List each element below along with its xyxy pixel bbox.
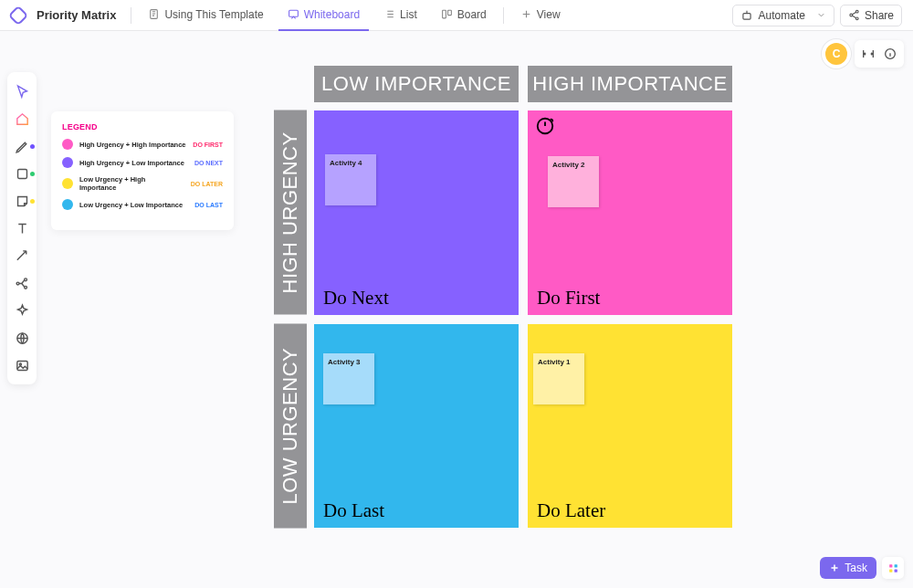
- chevron-down-icon: [816, 10, 826, 20]
- legend-tag: DO LATER: [191, 181, 223, 187]
- quadrant-do-first[interactable]: Activity 2 Do First: [528, 110, 732, 315]
- tool-connector[interactable]: [7, 242, 37, 269]
- matrix-grid: Activity 4 Do Next Activity 2 Do First A…: [314, 110, 732, 528]
- tab-label: Using This Template: [164, 8, 263, 21]
- automate-button[interactable]: Automate: [732, 5, 834, 26]
- connector-icon: [15, 248, 30, 264]
- pen-icon: [15, 139, 30, 154]
- tool-web[interactable]: [7, 324, 37, 352]
- template-icon: [148, 8, 160, 20]
- tab-using-template[interactable]: Using This Template: [139, 0, 272, 31]
- tool-pen[interactable]: [7, 132, 37, 160]
- quadrant-label: Do Next: [323, 287, 389, 310]
- sticky-note[interactable]: Activity 3: [323, 353, 374, 404]
- tab-label: View: [537, 8, 561, 21]
- user-avatar[interactable]: C: [825, 43, 847, 65]
- tab-whiteboard[interactable]: Whiteboard: [278, 0, 369, 31]
- svg-rect-18: [894, 564, 897, 567]
- svg-rect-1: [289, 10, 298, 16]
- tool-ai[interactable]: [7, 297, 37, 324]
- share-button[interactable]: Share: [840, 5, 902, 26]
- tool-mindmap[interactable]: [7, 269, 37, 297]
- legend-dot-icon: [62, 199, 73, 210]
- legend-label: High Urgency + Low Importance: [79, 159, 184, 167]
- tool-image[interactable]: [7, 352, 37, 379]
- note-text: Activity 2: [552, 161, 585, 169]
- whiteboard-icon: [288, 8, 299, 20]
- home-gradient-icon: [15, 111, 30, 127]
- svg-rect-3: [447, 10, 451, 15]
- tab-board[interactable]: Board: [432, 0, 496, 31]
- whiteboard-canvas[interactable]: C LEGEND High Urgency + High Importance …: [0, 31, 913, 588]
- plus-icon: [829, 562, 840, 573]
- legend-row: Low Urgency + High Importance DO LATER: [62, 175, 223, 192]
- legend-label: Low Urgency + Low Importance: [79, 201, 183, 209]
- avatar-initial: C: [833, 47, 841, 60]
- priority-matrix: LOW IMPORTANCE HIGH IMPORTANCE HIGH URGE…: [274, 66, 732, 559]
- note-text: Activity 4: [330, 159, 362, 167]
- legend-tag: DO NEXT: [194, 160, 223, 166]
- tool-shape[interactable]: [7, 160, 37, 187]
- list-icon: [383, 8, 395, 20]
- cursor-icon: [15, 84, 30, 100]
- note-text: Activity 3: [328, 358, 361, 366]
- sparkle-icon: [15, 303, 30, 319]
- quadrant-label: Do First: [537, 287, 600, 310]
- square-icon: [15, 166, 30, 182]
- quadrant-do-later[interactable]: Activity 1 Do Later: [528, 324, 732, 529]
- legend-label: High Urgency + High Importance: [79, 141, 185, 149]
- svg-rect-4: [743, 13, 750, 18]
- bottom-right-controls: Task: [820, 557, 904, 579]
- urgency-headers: HIGH URGENCY LOW URGENCY: [274, 110, 307, 528]
- add-task-button[interactable]: Task: [820, 557, 876, 579]
- legend-row: High Urgency + High Importance DO FIRST: [62, 139, 223, 150]
- page-title: Priority Matrix: [37, 8, 116, 22]
- svg-rect-17: [889, 564, 892, 567]
- info-icon: [883, 47, 897, 61]
- apps-button[interactable]: [882, 557, 904, 579]
- board-icon: [441, 8, 453, 20]
- tab-list[interactable]: List: [374, 0, 426, 31]
- quadrant-do-last[interactable]: Activity 3 Do Last: [314, 324, 519, 529]
- svg-rect-20: [894, 569, 897, 572]
- plus-icon: [520, 8, 532, 20]
- tool-home[interactable]: [7, 105, 37, 132]
- header-high-urgency: HIGH URGENCY: [274, 110, 307, 315]
- share-label: Share: [865, 9, 894, 22]
- svg-rect-19: [889, 569, 892, 572]
- svg-point-11: [24, 286, 26, 289]
- importance-headers: LOW IMPORTANCE HIGH IMPORTANCE: [314, 66, 732, 102]
- legend-row: High Urgency + Low Importance DO NEXT: [62, 157, 223, 168]
- tool-select[interactable]: [7, 78, 37, 105]
- automate-label: Automate: [759, 9, 805, 22]
- help-button[interactable]: [880, 44, 900, 64]
- quadrant-do-next[interactable]: Activity 4 Do Next: [314, 110, 519, 315]
- sticky-note[interactable]: Activity 4: [325, 154, 376, 205]
- header-low-importance: LOW IMPORTANCE: [314, 66, 519, 102]
- tool-text[interactable]: [7, 215, 37, 242]
- svg-rect-8: [17, 169, 26, 178]
- globe-icon: [15, 331, 30, 346]
- legend-label: Low Urgency + High Importance: [79, 175, 184, 192]
- legend-tag: DO LAST: [194, 202, 223, 208]
- note-text: Activity 1: [538, 358, 571, 366]
- task-button-label: Task: [845, 562, 867, 574]
- quadrant-label: Do Last: [323, 499, 384, 522]
- tool-sticky[interactable]: [7, 187, 37, 215]
- canvas-control-box: [855, 40, 904, 68]
- sticky-note[interactable]: Activity 1: [533, 353, 584, 404]
- legend-tag: DO FIRST: [193, 142, 223, 148]
- divider: [131, 7, 131, 24]
- legend-title: LEGEND: [62, 122, 223, 131]
- tab-add-view[interactable]: View: [511, 0, 570, 31]
- legend-card[interactable]: LEGEND High Urgency + High Importance DO…: [51, 111, 234, 230]
- apps-grid-icon: [887, 562, 899, 574]
- robot-icon: [740, 9, 753, 22]
- tab-label: Whiteboard: [304, 8, 360, 21]
- fit-width-button[interactable]: [858, 44, 878, 64]
- quadrant-label: Do Later: [537, 499, 605, 522]
- sticky-note[interactable]: Activity 2: [548, 156, 599, 207]
- svg-rect-13: [16, 361, 26, 370]
- share-icon: [848, 9, 860, 21]
- top-bar: Priority Matrix Using This Template Whit…: [0, 0, 913, 31]
